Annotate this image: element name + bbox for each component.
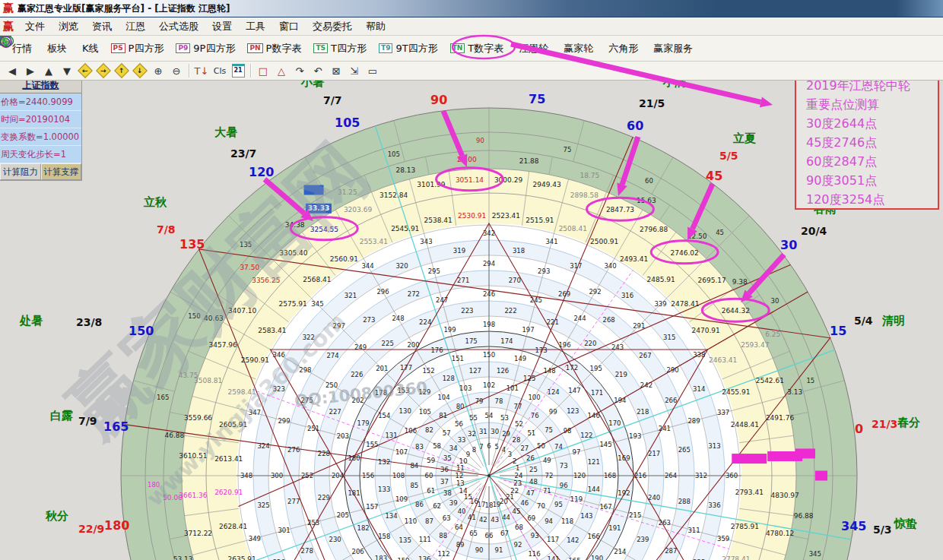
nav-down-icon[interactable]: ▼	[58, 63, 76, 78]
badge-ps-button[interactable]: PSP四方形	[105, 36, 170, 61]
winner-wheel-button[interactable]: Big赢家轮	[554, 36, 599, 61]
svg-text:228: 228	[318, 450, 330, 457]
svg-text:157: 157	[366, 503, 378, 511]
calendar-icon[interactable]: 21	[229, 63, 247, 78]
price-scale-icon[interactable]: T↓	[192, 63, 211, 78]
fit-screen-icon[interactable]: ⇲	[345, 63, 364, 78]
svg-text:25.00: 25.00	[457, 156, 477, 163]
svg-text:177: 177	[400, 364, 412, 372]
menu-item-9[interactable]: 帮助	[359, 18, 392, 35]
svg-text:220: 220	[584, 340, 596, 347]
svg-text:215: 215	[629, 511, 641, 519]
annotation-line-1: 重要点位测算	[806, 95, 938, 114]
svg-text:321: 321	[344, 292, 357, 299]
badge-t9-button[interactable]: T99T四方形	[373, 36, 444, 61]
cls-button[interactable]: Cls	[211, 63, 229, 78]
svg-text:5/3: 5/3	[873, 524, 892, 536]
diamond-left-icon[interactable]: ←	[76, 63, 94, 78]
select-region-icon[interactable]: ▭	[364, 63, 382, 78]
nav-up-icon[interactable]: ▲	[40, 63, 58, 78]
svg-text:127: 127	[469, 367, 481, 375]
menu-item-2[interactable]: 资讯	[85, 18, 119, 35]
svg-text:150: 150	[129, 324, 154, 338]
svg-text:31: 31	[479, 428, 487, 435]
svg-text:201: 201	[376, 365, 388, 372]
svg-text:196: 196	[558, 341, 570, 349]
svg-text:2448.41: 2448.41	[731, 421, 759, 429]
svg-text:170: 170	[608, 419, 621, 427]
badge-ts-button[interactable]: TST四方形	[307, 36, 373, 61]
svg-text:春分: 春分	[897, 416, 920, 429]
svg-text:2575.91: 2575.91	[279, 300, 307, 308]
badge-pn-button[interactable]: PNP数字表	[241, 36, 307, 61]
boxed-x-icon[interactable]: ⊠	[327, 63, 345, 78]
menu-item-4[interactable]: 公式选股	[152, 18, 205, 35]
svg-text:192: 192	[618, 489, 630, 497]
svg-text:67: 67	[500, 530, 509, 537]
svg-text:249: 249	[354, 343, 367, 351]
zoom-in-icon[interactable]: ⊕	[149, 63, 167, 78]
svg-text:63: 63	[443, 514, 451, 522]
svg-text:146: 146	[588, 412, 600, 419]
svg-text:293: 293	[538, 267, 550, 275]
svg-text:168: 168	[604, 472, 616, 479]
svg-text:105: 105	[419, 408, 431, 416]
svg-text:81: 81	[439, 412, 447, 419]
svg-text:341: 341	[545, 238, 557, 245]
candlestick-button[interactable]: K线	[73, 36, 105, 61]
nav-right-icon[interactable]: ▶	[21, 63, 40, 78]
svg-text:2746.02: 2746.02	[671, 249, 699, 257]
svg-text:181: 181	[348, 489, 360, 497]
svg-text:174: 174	[500, 337, 513, 345]
menu-item-8[interactable]: 交易委托	[306, 18, 359, 35]
svg-text:195: 195	[590, 365, 602, 372]
svg-text:154: 154	[378, 412, 390, 419]
svg-text:101: 101	[506, 384, 519, 392]
badge-tn-button[interactable]: TNT数字表	[444, 36, 510, 61]
menu-item-0[interactable]: 文件	[18, 18, 52, 35]
toolbar-label: P四方形	[129, 42, 164, 55]
svg-text:9.38: 9.38	[732, 278, 748, 286]
diamond-up-icon[interactable]: ↑	[113, 63, 131, 78]
badge-p9-button[interactable]: P99P四方形	[170, 36, 241, 61]
svg-text:172: 172	[566, 364, 578, 372]
svg-text:102: 102	[483, 381, 495, 389]
svg-text:169: 169	[618, 454, 630, 462]
menu-item-5[interactable]: 设置	[205, 18, 239, 35]
badge-pn-icon: PN	[247, 43, 262, 53]
menu-item-3[interactable]: 江恩	[119, 18, 152, 35]
svg-text:345: 345	[311, 300, 323, 308]
rotate-ccw-icon[interactable]: ↶	[309, 63, 327, 78]
svg-text:119: 119	[570, 495, 583, 503]
zoom-out-icon[interactable]: ⊖	[167, 63, 186, 78]
svg-text:180: 180	[104, 518, 129, 533]
svg-text:221: 221	[547, 318, 559, 326]
calc-resistance-button[interactable]: 计算阻力	[0, 163, 41, 180]
svg-text:112: 112	[437, 550, 449, 558]
annotation-line-2: 30度2644点	[806, 114, 938, 133]
svg-text:176: 176	[430, 346, 443, 354]
svg-text:98: 98	[564, 427, 572, 435]
rotate-cw-icon[interactable]: ↷	[291, 63, 309, 78]
svg-text:128: 128	[443, 375, 455, 382]
svg-text:317: 317	[570, 262, 582, 270]
square-shape-icon[interactable]: □	[254, 63, 272, 78]
menu-item-6[interactable]: 工具	[239, 18, 272, 35]
sector-blocks-button[interactable]: 板块	[38, 36, 73, 61]
menu-item-1[interactable]: 浏览	[52, 18, 85, 35]
svg-text:277: 277	[287, 498, 300, 505]
svg-text:339: 339	[654, 300, 666, 308]
svg-text:294: 294	[483, 260, 495, 267]
diamond-down-icon[interactable]: ↓	[131, 63, 149, 78]
menu-item-7[interactable]: 窗口	[272, 18, 306, 35]
hexagon-button[interactable]: 六角形	[599, 36, 644, 61]
nav-left-icon[interactable]: ◀	[3, 63, 21, 78]
svg-text:274: 274	[326, 352, 338, 359]
diamond-right-icon[interactable]: →	[94, 63, 113, 78]
calc-support-button[interactable]: 计算支撑	[41, 163, 82, 180]
triangle-shape-icon[interactable]: △	[272, 63, 291, 78]
svg-text:38: 38	[443, 489, 452, 497]
svg-text:75: 75	[545, 426, 553, 434]
winner-service-button[interactable]: $赢家服务	[644, 36, 699, 61]
gann-wheel-button[interactable]: 江恩轮	[510, 36, 554, 61]
